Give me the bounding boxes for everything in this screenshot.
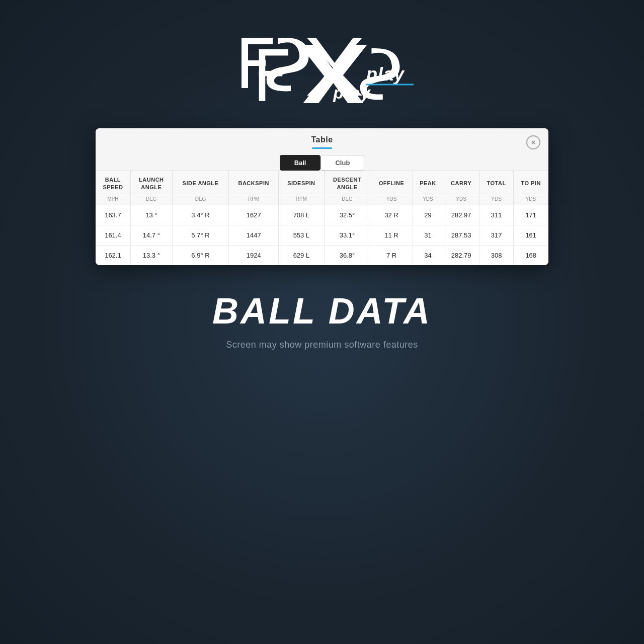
- disclaimer-text: Screen may show premium software feature…: [226, 340, 418, 350]
- unit-launch-angle: DEG: [130, 194, 172, 205]
- cell-r0-c5: 32.5°: [324, 205, 370, 225]
- cell-r1-c7: 31: [413, 225, 443, 245]
- unit-carry: YDS: [443, 194, 479, 205]
- unit-sidespin: RPM: [279, 194, 325, 205]
- cell-r1-c8: 287.53: [443, 225, 479, 245]
- svg-rect-7: [242, 60, 266, 66]
- tab-bar: Ball Club: [280, 155, 365, 171]
- cell-r0-c0: 163.7: [96, 205, 130, 225]
- page-title: BALL DATA: [212, 290, 432, 332]
- col-header-peak: PEAK: [413, 171, 443, 194]
- cell-r2-c10: 168: [513, 245, 548, 265]
- cell-r1-c3: 1447: [229, 225, 279, 245]
- table-unit-row: MPH DEG DEG RPM RPM DEG YDS YDS YDS YDS …: [96, 194, 548, 205]
- data-table: BALLSPEED LAUNCHANGLE SIDE ANGLE BACKSPI…: [96, 171, 548, 265]
- unit-descent-angle: DEG: [324, 194, 370, 205]
- cell-r1-c6: 11 R: [370, 225, 413, 245]
- col-header-to-pin: TO PIN: [513, 171, 548, 194]
- col-header-side-angle: SIDE ANGLE: [172, 171, 229, 194]
- cell-r1-c1: 14.7 °: [130, 225, 172, 245]
- cell-r2-c1: 13.3 °: [130, 245, 172, 265]
- cell-r0-c8: 282.97: [443, 205, 479, 225]
- col-header-descent-angle: DESCENTANGLE: [324, 171, 370, 194]
- cell-r2-c9: 308: [479, 245, 514, 265]
- tab-ball[interactable]: Ball: [280, 155, 321, 171]
- cell-r2-c8: 282.79: [443, 245, 479, 265]
- cell-r0-c6: 32 R: [370, 205, 413, 225]
- table-row: 161.414.7 °5.7° R1447553 L33.1°11 R31287…: [96, 225, 548, 245]
- cell-r1-c5: 33.1°: [324, 225, 370, 245]
- col-header-launch-angle: LAUNCHANGLE: [130, 171, 172, 194]
- cell-r0-c4: 708 L: [279, 205, 325, 225]
- unit-backspin: RPM: [229, 194, 279, 205]
- close-button[interactable]: ×: [526, 135, 540, 149]
- svg-marker-8: [307, 38, 362, 96]
- cell-r2-c2: 6.9° R: [172, 245, 229, 265]
- col-header-ball-speed: BALLSPEED: [96, 171, 130, 194]
- cell-r2-c4: 629 L: [279, 245, 325, 265]
- tab-club[interactable]: Club: [320, 155, 364, 171]
- logo-svg: play: [226, 30, 418, 96]
- cell-r1-c9: 317: [479, 225, 514, 245]
- col-header-carry: CARRY: [443, 171, 479, 194]
- col-header-total: TOTAL: [479, 171, 514, 194]
- unit-peak: YDS: [413, 194, 443, 205]
- window-title: Table: [311, 135, 333, 144]
- unit-offline: YDS: [370, 194, 413, 205]
- unit-side-angle: DEG: [172, 194, 229, 205]
- cell-r0-c2: 3.4° R: [172, 205, 229, 225]
- cell-r1-c2: 5.7° R: [172, 225, 229, 245]
- unit-ball-speed: MPH: [96, 194, 130, 205]
- cell-r2-c0: 162.1: [96, 245, 130, 265]
- unit-total: YDS: [479, 194, 514, 205]
- svg-text:play: play: [366, 64, 405, 85]
- col-header-sidespin: SIDESPIN: [279, 171, 325, 194]
- cell-r2-c5: 36.8°: [324, 245, 370, 265]
- cell-r0-c10: 171: [513, 205, 548, 225]
- cell-r0-c1: 13 °: [130, 205, 172, 225]
- cell-r1-c0: 161.4: [96, 225, 130, 245]
- col-header-backspin: BACKSPIN: [229, 171, 279, 194]
- cell-r2-c6: 7 R: [370, 245, 413, 265]
- cell-r0-c7: 29: [413, 205, 443, 225]
- cell-r2-c7: 34: [413, 245, 443, 265]
- title-underline: [312, 147, 332, 149]
- data-window: Table Ball Club × BALLSPEED LAUNCHANGLE …: [96, 128, 548, 265]
- table-row: 163.713 °3.4° R1627708 L32.5°32 R29282.9…: [96, 205, 548, 225]
- cell-r0-c9: 311: [479, 205, 514, 225]
- svg-rect-6: [242, 38, 273, 44]
- table-area: BALLSPEED LAUNCHANGLE SIDE ANGLE BACKSPI…: [96, 171, 548, 265]
- table-header-row: BALLSPEED LAUNCHANGLE SIDE ANGLE BACKSPI…: [96, 171, 548, 194]
- bottom-section: BALL DATA Screen may show premium softwa…: [212, 290, 432, 350]
- cell-r2-c3: 1924: [229, 245, 279, 265]
- window-header: Table Ball Club ×: [96, 128, 548, 171]
- table-body: 163.713 °3.4° R1627708 L32.5°32 R29282.9…: [96, 205, 548, 265]
- table-row: 162.113.3 °6.9° R1924629 L36.8°7 R34282.…: [96, 245, 548, 265]
- cell-r1-c4: 553 L: [279, 225, 325, 245]
- cell-r0-c3: 1627: [229, 205, 279, 225]
- col-header-offline: OFFLINE: [370, 171, 413, 194]
- unit-to-pin: YDS: [513, 194, 548, 205]
- cell-r1-c10: 161: [513, 225, 548, 245]
